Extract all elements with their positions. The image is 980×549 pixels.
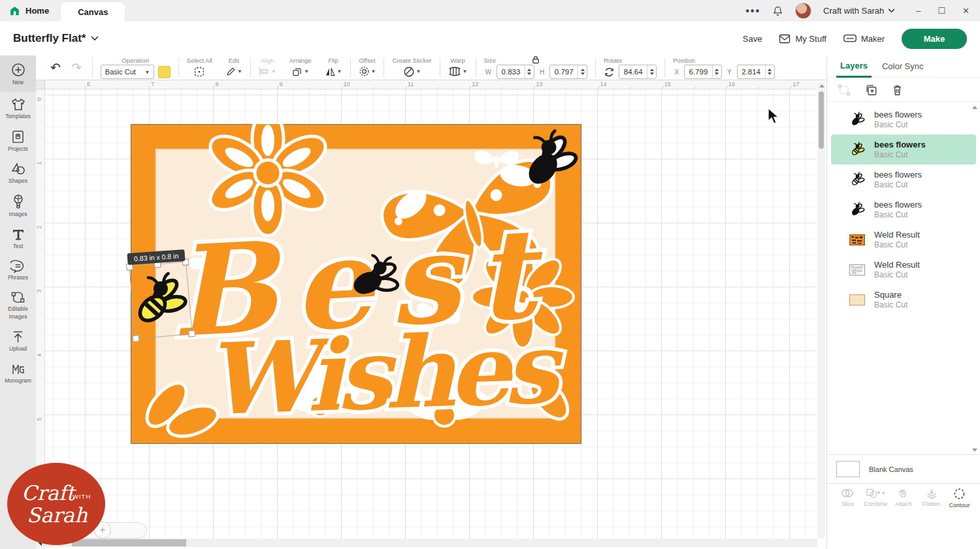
ruler-top-number: 15 — [664, 81, 671, 87]
layer-list-scroll-down[interactable] — [972, 448, 977, 452]
bee-black-center[interactable] — [348, 251, 402, 305]
selection-handle-bl[interactable] — [133, 335, 140, 342]
operation-select[interactable]: Basic Cut ▼ — [101, 65, 154, 79]
layers-panel: Layers Color Sync bees flowers — [826, 55, 980, 549]
flip-icon — [325, 67, 336, 77]
selection-bounding-box[interactable] — [129, 261, 192, 339]
position-x-stepper[interactable] — [712, 65, 721, 79]
contour-button[interactable]: Contour — [945, 488, 973, 509]
sidebar-item-shapes[interactable]: Shapes — [0, 157, 36, 189]
group-select-icon[interactable] — [838, 84, 851, 96]
window-minimize-button[interactable]: – — [916, 6, 921, 16]
ruler-top-number: 13 — [536, 81, 542, 87]
tab-home[interactable]: Home — [0, 0, 61, 22]
delete-trash-icon[interactable] — [892, 84, 903, 96]
projects-icon — [11, 129, 25, 144]
ruler-top-number: 7 — [151, 81, 154, 87]
align-button[interactable]: ▼ — [259, 67, 276, 76]
scroll-up-arrow[interactable] — [819, 84, 825, 87]
offset-button[interactable]: ▼ — [359, 66, 376, 77]
ruler-top-number: 10 — [344, 81, 350, 87]
mouse-cursor — [766, 108, 779, 125]
ruler-left-number: 1 — [36, 161, 42, 165]
sidebar-item-images[interactable]: Images — [0, 189, 36, 222]
position-y-stepper[interactable] — [765, 65, 774, 79]
new-icon — [10, 62, 26, 78]
attach-button[interactable]: Attach — [890, 488, 918, 507]
slice-button[interactable]: Slice — [834, 488, 862, 507]
width-stepper[interactable] — [525, 65, 534, 79]
layer-row-1[interactable]: bees flowers Basic Cut — [831, 134, 976, 165]
overflow-menu-icon[interactable]: ••• — [745, 5, 760, 17]
canvas-horizontal-scrollbar[interactable] — [36, 539, 817, 547]
make-button[interactable]: Make — [902, 29, 967, 49]
flatten-button[interactable]: Flatten — [917, 488, 945, 507]
save-button[interactable]: Save — [743, 34, 762, 44]
sidebar-item-monogram[interactable]: Monogram — [0, 356, 36, 388]
layer-thumb-weld-icon — [849, 264, 865, 275]
sidebar-item-projects[interactable]: Projects — [0, 124, 36, 157]
tab-layers[interactable]: Layers — [836, 55, 872, 78]
layer-row-5[interactable]: Weld Result Basic Cut — [831, 255, 976, 285]
contour-icon — [953, 488, 966, 500]
combine-button[interactable]: ▼ Combine — [862, 488, 890, 507]
blank-canvas-row[interactable]: Blank Canvas — [827, 454, 980, 483]
edit-button[interactable]: ▼ — [225, 67, 242, 77]
sidebar-item-new[interactable]: New — [0, 55, 36, 92]
sidebar-item-phrases[interactable]: Phrases — [0, 254, 36, 285]
arrange-button[interactable]: ▼ — [291, 67, 309, 77]
rotate-stepper[interactable] — [647, 65, 656, 79]
color-swatch[interactable] — [158, 66, 171, 78]
chevron-down-icon — [91, 36, 99, 41]
layer-thumb-bee-icon — [849, 172, 865, 187]
sidebar-item-templates[interactable]: Templates — [0, 92, 36, 124]
rotate-input[interactable]: 84.64 — [619, 65, 657, 79]
redo-button[interactable]: ↷ — [71, 60, 82, 75]
avatar[interactable] — [795, 3, 811, 19]
position-x-input[interactable]: 6.799 — [684, 65, 722, 79]
window-maximize-button[interactable]: ☐ — [938, 6, 945, 16]
blank-canvas-label: Blank Canvas — [869, 465, 913, 473]
notifications-bell-icon[interactable] — [772, 5, 783, 17]
size-lock-icon[interactable] — [531, 55, 540, 64]
selection-handle-br[interactable] — [188, 330, 195, 337]
canvas-area[interactable]: 6 7 8 9 10 11 12 13 14 15 16 17 012345 — [36, 80, 826, 549]
bee-black-top-right[interactable] — [517, 129, 580, 191]
operation-group: Operation Basic Cut ▼ — [94, 55, 177, 80]
tab-color-sync[interactable]: Color Sync — [878, 56, 928, 76]
height-stepper[interactable] — [578, 65, 587, 79]
layer-row-4[interactable]: Weld Result Basic Cut — [831, 225, 976, 255]
layer-row-6[interactable]: Square Basic Cut — [831, 285, 976, 315]
project-title-menu[interactable]: Butterfly Flat* — [13, 32, 99, 45]
select-all-button[interactable] — [193, 66, 205, 78]
sidebar-item-upload[interactable]: Upload — [0, 324, 36, 356]
warp-button[interactable]: ▼ — [448, 67, 468, 76]
layer-list-scroll-up[interactable] — [972, 106, 977, 109]
account-menu[interactable]: Craft with Sarah — [823, 6, 895, 16]
position-y-input[interactable]: 2.814 — [737, 65, 775, 79]
width-input[interactable]: 0.833 — [497, 65, 534, 79]
window-close-button[interactable]: ✕ — [962, 6, 970, 16]
horizontal-scroll-thumb[interactable] — [72, 539, 186, 546]
rotate-icon[interactable] — [604, 67, 615, 78]
my-stuff-button[interactable]: My Stuff — [779, 34, 826, 44]
maker-machine-button[interactable]: Maker — [843, 34, 885, 44]
height-input[interactable]: 0.797 — [549, 65, 587, 79]
ruler-left-number: 3 — [36, 289, 42, 292]
layer-row-2[interactable]: bees flowers Basic Cut — [831, 165, 976, 195]
sidebar-item-editable-images[interactable]: EditableImages — [0, 285, 36, 324]
vertical-scroll-thumb[interactable] — [819, 91, 824, 149]
undo-button[interactable]: ↶ — [50, 60, 61, 75]
sidebar-item-text[interactable]: Text — [0, 222, 36, 254]
flip-button[interactable]: ▼ — [325, 67, 342, 77]
layer-row-3[interactable]: bees flowers Basic Cut — [831, 195, 976, 225]
ruler-top: 6 7 8 9 10 11 12 13 14 15 16 17 — [45, 80, 817, 89]
canvas-vertical-scrollbar[interactable] — [817, 82, 825, 539]
duplicate-icon[interactable] — [865, 84, 877, 96]
tab-canvas[interactable]: Canvas — [61, 2, 125, 22]
layer-row-0[interactable]: bees flowers Basic Cut — [831, 104, 976, 134]
titlebar: Home Canvas ••• Craft with Sarah – ☐ ✕ — [0, 0, 980, 22]
ruler-top-number: 12 — [472, 81, 478, 87]
slice-icon — [841, 488, 854, 499]
create-sticker-button[interactable]: ▼ — [403, 66, 421, 78]
